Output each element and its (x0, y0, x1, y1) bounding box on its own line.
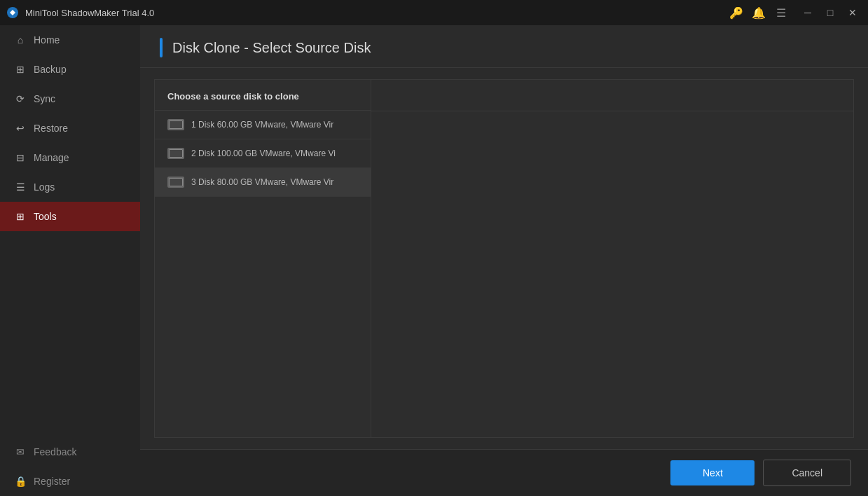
sidebar-item-backup[interactable]: ⊞ Backup (0, 55, 140, 84)
dest-panel-header (371, 80, 853, 111)
disk-item-1[interactable]: 1 Disk 60.00 GB VMware, VMware Vir (155, 111, 371, 139)
header-accent-bar (160, 38, 163, 57)
logs-icon: ☰ (14, 181, 27, 193)
disk-drive-icon-3 (167, 177, 184, 188)
disk-item-3[interactable]: 3 Disk 80.00 GB VMware, VMware Vir (155, 168, 371, 197)
window-controls: ─ □ ✕ (798, 3, 862, 22)
minimize-button[interactable]: ─ (798, 3, 818, 22)
source-panel-header: Choose a source disk to clone (155, 80, 371, 111)
app-icon (6, 6, 20, 20)
disk-label-3: 3 Disk 80.00 GB VMware, VMware Vir (191, 177, 333, 187)
sidebar-bottom: ✉ Feedback 🔒 Register (0, 437, 140, 496)
sidebar-item-label-backup: Backup (34, 64, 67, 75)
title-bar: MiniTool ShadowMaker Trial 4.0 🔑 🔔 ☰ ─ □… (0, 0, 868, 25)
manage-icon: ⊟ (14, 151, 27, 164)
title-bar-extras: 🔑 🔔 ☰ (728, 4, 790, 21)
sidebar-item-tools[interactable]: ⊞ Tools (0, 202, 140, 231)
close-button[interactable]: ✕ (843, 3, 862, 22)
sidebar-item-label-feedback: Feedback (34, 446, 76, 457)
backup-icon: ⊞ (14, 63, 27, 76)
destination-panel (371, 79, 854, 438)
sidebar-item-label-tools: Tools (34, 211, 57, 222)
disk-label-1: 1 Disk 60.00 GB VMware, VMware Vir (191, 120, 333, 130)
main-layout: ⌂ Home ⊞ Backup ⟳ Sync ↩ Restore ⊟ Manag… (0, 25, 868, 496)
sidebar-item-logs[interactable]: ☰ Logs (0, 172, 140, 202)
sidebar-item-home[interactable]: ⌂ Home (0, 25, 140, 55)
cancel-button[interactable]: Cancel (763, 460, 851, 486)
home-icon: ⌂ (14, 34, 27, 46)
clone-container: Choose a source disk to clone 1 Disk 60.… (140, 68, 868, 449)
disk-label-2: 2 Disk 100.00 GB VMware, VMware Vi (191, 149, 336, 158)
feedback-icon: ✉ (14, 446, 27, 458)
footer: Next Cancel (140, 449, 868, 496)
next-button[interactable]: Next (670, 460, 755, 485)
key-icon[interactable]: 🔑 (728, 4, 745, 21)
sidebar-item-label-manage: Manage (34, 152, 69, 163)
disk-drive-icon-2 (167, 148, 184, 159)
sidebar-item-label-home: Home (34, 34, 60, 46)
disk-item-2[interactable]: 2 Disk 100.00 GB VMware, VMware Vi (155, 139, 371, 168)
sidebar-item-feedback[interactable]: ✉ Feedback (0, 437, 140, 467)
sidebar-item-label-register: Register (34, 476, 70, 487)
source-panel: Choose a source disk to clone 1 Disk 60.… (154, 79, 371, 438)
register-icon: 🔒 (14, 475, 27, 488)
sidebar: ⌂ Home ⊞ Backup ⟳ Sync ↩ Restore ⊟ Manag… (0, 25, 140, 496)
bell-icon[interactable]: 🔔 (750, 4, 767, 21)
sidebar-item-label-restore: Restore (34, 123, 68, 134)
sidebar-item-register[interactable]: 🔒 Register (0, 467, 140, 496)
content-area: Disk Clone - Select Source Disk Choose a… (140, 25, 868, 496)
restore-icon: ↩ (14, 122, 27, 135)
page-title: Disk Clone - Select Source Disk (172, 40, 371, 56)
tools-icon: ⊞ (14, 210, 27, 223)
sidebar-item-manage[interactable]: ⊟ Manage (0, 143, 140, 172)
disk-drive-icon-1 (167, 119, 184, 130)
page-header: Disk Clone - Select Source Disk (140, 25, 868, 68)
maximize-button[interactable]: □ (820, 3, 840, 22)
app-title: MiniTool ShadowMaker Trial 4.0 (25, 8, 728, 18)
sidebar-item-label-logs: Logs (34, 181, 55, 193)
sidebar-item-restore[interactable]: ↩ Restore (0, 113, 140, 143)
sidebar-item-label-sync: Sync (34, 93, 55, 104)
menu-icon[interactable]: ☰ (773, 4, 790, 21)
sync-icon: ⟳ (14, 92, 27, 105)
sidebar-item-sync[interactable]: ⟳ Sync (0, 84, 140, 113)
